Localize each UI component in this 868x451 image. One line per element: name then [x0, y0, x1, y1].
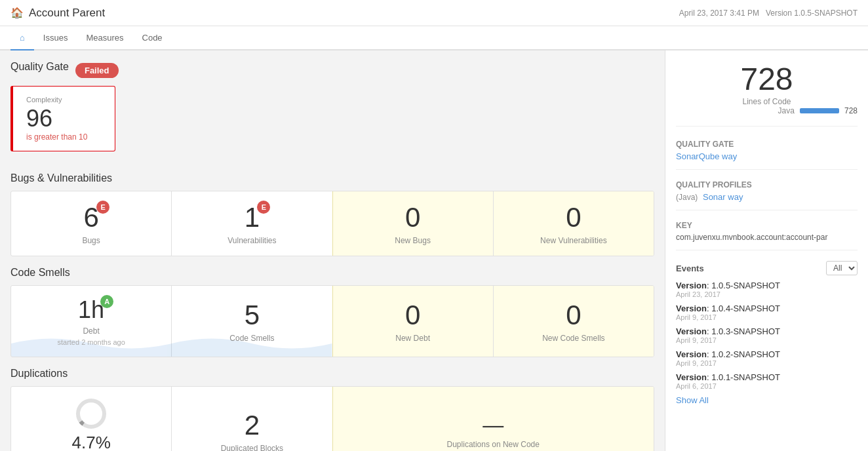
code-smells-section: Code Smells A 1h Debt started 2 months a… [10, 267, 654, 357]
project-title: Account Parent [29, 7, 105, 20]
event-version-prefix-1: Version [676, 304, 707, 313]
event-date-0: April 23, 2017 [676, 290, 858, 298]
right-quality-gate-title: Quality Gate [676, 140, 858, 149]
quality-gate-header: Quality Gate Failed [10, 61, 654, 79]
event-item-1: Version: 1.0.4-SNAPSHOT April 9, 2017 [676, 304, 858, 321]
nav-item-code[interactable]: Code [133, 26, 172, 50]
event-version-2: Version: 1.0.3-SNAPSHOT [676, 326, 858, 336]
bugs-vuln-left: E 6 Bugs E 1 Vulnerabilities [11, 191, 332, 256]
header-date: April 23, 2017 3:41 PM [679, 9, 759, 18]
events-filter[interactable]: All [826, 261, 858, 275]
event-item-3: Version: 1.0.2-SNAPSHOT April 9, 2017 [676, 349, 858, 367]
new-vuln-label: New Vulnerabilities [540, 236, 607, 245]
new-debt-cell[interactable]: 0 New Debt [333, 286, 493, 357]
right-quality-gate-section: Quality Gate SonarQube way [676, 140, 858, 170]
event-version-0: Version: 1.0.5-SNAPSHOT [676, 281, 858, 290]
debt-badge: A [100, 295, 113, 308]
dup-percent-value: 4.7% [71, 433, 110, 451]
bugs-vuln-section: Bugs & Vulnerabilities E 6 Bugs E 1 Vuln… [10, 172, 654, 256]
duplications-section: Duplications 4.7% Duplications [10, 368, 654, 451]
code-smells-right: 0 New Debt 0 New Code Smells [332, 286, 654, 357]
new-bugs-cell[interactable]: 0 New Bugs [333, 191, 493, 256]
nav-item-measures[interactable]: Measures [77, 26, 132, 50]
new-dup-cell[interactable]: — Duplications on New Code [333, 387, 654, 451]
new-vuln-cell[interactable]: 0 New Vulnerabilities [494, 191, 654, 256]
dup-blocks-label: Duplicated Blocks [221, 444, 283, 452]
lang-count: 728 [844, 106, 858, 115]
event-date-3: April 9, 2017 [676, 359, 858, 367]
lang-bar [800, 108, 839, 113]
nav-bar: ⌂ Issues Measures Code [0, 26, 868, 50]
event-version-prefix-2: Version [676, 326, 707, 336]
quality-gate-link[interactable]: SonarQube way [676, 151, 737, 161]
header: 🏠 Account Parent April 23, 2017 3:41 PM … [0, 0, 868, 26]
new-dup-value: — [483, 413, 503, 437]
right-key-title: Key [676, 221, 858, 230]
dup-donut-chart [75, 397, 108, 430]
header-meta: April 23, 2017 3:41 PM Version 1.0.5-SNA… [679, 9, 858, 18]
event-version-num-4: : 1.0.1-SNAPSHOT [707, 372, 780, 382]
event-item-2: Version: 1.0.3-SNAPSHOT April 9, 2017 [676, 326, 858, 344]
vuln-cell[interactable]: E 1 Vulnerabilities [172, 191, 332, 256]
event-version-num-0: : 1.0.5-SNAPSHOT [707, 281, 780, 290]
dup-blocks-cell[interactable]: 2 Duplicated Blocks [172, 387, 332, 451]
complexity-desc: is greater than 10 [26, 132, 102, 142]
right-key-value: com.juvenxu.mvnbook.account:account-par [676, 233, 858, 242]
complexity-label: Complexity [26, 96, 102, 104]
nav-item-home[interactable]: ⌂ [10, 26, 34, 50]
bugs-cell[interactable]: E 6 Bugs [11, 191, 171, 256]
complexity-value: 96 [26, 105, 102, 132]
bugs-vuln-title: Bugs & Vulnerabilities [10, 172, 654, 184]
left-panel: Quality Gate Failed Complexity 96 is gre… [0, 50, 665, 451]
loc-label: Lines of Code [676, 97, 858, 106]
event-item-0: Version: 1.0.5-SNAPSHOT April 23, 2017 [676, 281, 858, 298]
event-version-4: Version: 1.0.1-SNAPSHOT [676, 372, 858, 382]
bugs-vuln-right: 0 New Bugs 0 New Vulnerabilities [332, 191, 654, 256]
lang-label: Java [778, 106, 795, 115]
event-version-num-1: : 1.0.4-SNAPSHOT [707, 304, 780, 313]
new-debt-label: New Debt [395, 334, 430, 343]
new-dup-label: Duplications on New Code [447, 440, 540, 449]
new-bugs-value: 0 [405, 202, 420, 233]
debt-started: started 2 months ago [57, 338, 125, 346]
new-bugs-label: New Bugs [395, 236, 431, 245]
dup-percent-cell[interactable]: 4.7% Duplications [11, 387, 171, 451]
quality-profiles-link[interactable]: Sonar way [703, 192, 743, 202]
quality-profiles-lang: (Java) [676, 193, 698, 202]
event-version-prefix-4: Version [676, 372, 707, 382]
smells-label: Code Smells [229, 334, 274, 343]
new-vuln-value: 0 [566, 202, 581, 233]
header-left: 🏠 Account Parent [10, 7, 105, 20]
debt-label: Debt [83, 326, 99, 336]
quality-gate-section: Quality Gate Failed Complexity 96 is gre… [10, 61, 654, 162]
debt-cell[interactable]: A 1h Debt started 2 months ago [11, 286, 171, 357]
right-quality-profiles-section: Quality Profiles (Java) Sonar way [676, 180, 858, 210]
new-smells-cell[interactable]: 0 New Code Smells [494, 286, 654, 357]
failed-badge: Failed [75, 63, 119, 78]
smells-cell[interactable]: 5 Code Smells [172, 286, 332, 357]
events-title: Events [676, 264, 704, 273]
event-date-1: April 9, 2017 [676, 313, 858, 321]
event-version-prefix-0: Version [676, 281, 707, 290]
right-key-section: Key com.juvenxu.mvnbook.account:account-… [676, 221, 858, 250]
new-debt-value: 0 [405, 300, 420, 331]
event-item-4: Version: 1.0.1-SNAPSHOT April 6, 2017 [676, 372, 858, 390]
event-version-1: Version: 1.0.4-SNAPSHOT [676, 304, 858, 313]
new-smells-value: 0 [566, 300, 581, 331]
event-version-num-3: : 1.0.2-SNAPSHOT [707, 349, 780, 359]
events-section: Events All Version: 1.0.5-SNAPSHOT April… [676, 261, 858, 413]
code-smells-left: A 1h Debt started 2 months ago 5 Code Sm… [11, 286, 332, 357]
event-date-2: April 9, 2017 [676, 336, 858, 344]
duplications-title: Duplications [10, 368, 654, 380]
dup-blocks-value: 2 [245, 410, 260, 441]
event-date-4: April 6, 2017 [676, 382, 858, 390]
duplications-right: — Duplications on New Code [332, 387, 654, 451]
duplications-row: 4.7% Duplications 2 Duplicated Blocks — … [10, 386, 654, 451]
event-version-prefix-3: Version [676, 349, 707, 359]
right-panel: 728 Lines of Code Java 728 Quality Gate … [665, 50, 868, 451]
nav-item-issues[interactable]: Issues [34, 26, 77, 50]
bugs-label: Bugs [82, 236, 100, 245]
right-quality-profiles-title: Quality Profiles [676, 180, 858, 189]
smells-value: 5 [245, 300, 260, 331]
show-all-link[interactable]: Show All [676, 395, 709, 405]
